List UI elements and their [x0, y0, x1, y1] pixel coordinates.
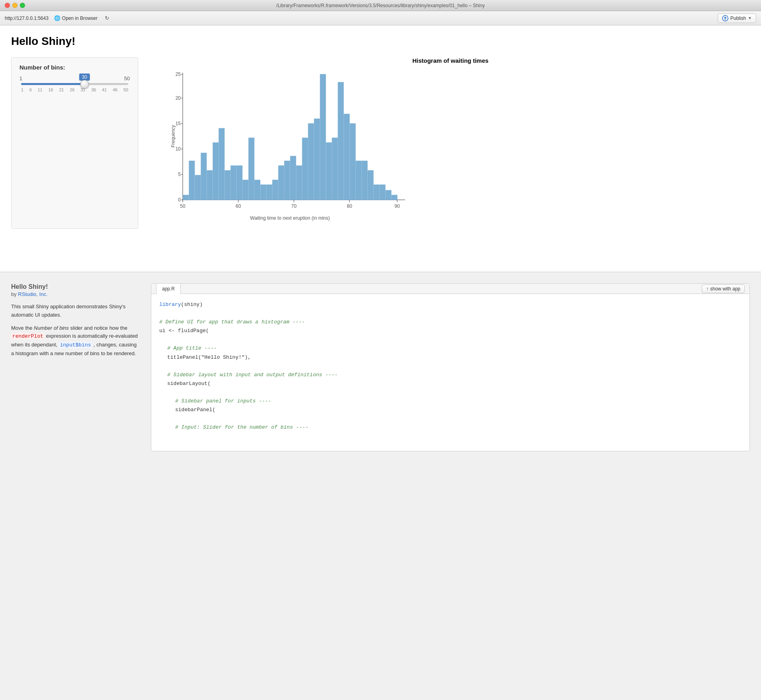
slider-min-value: 1 — [19, 75, 22, 81]
show-with-app-label: show with app — [710, 286, 740, 292]
page-title: Hello Shiny! — [11, 35, 750, 48]
svg-rect-39 — [314, 119, 320, 200]
slider-section[interactable]: 30 1 6 11 16 21 26 31 36 41 46 50 — [21, 83, 128, 92]
code-line-10: # Input: Slider for the number of bins -… — [159, 423, 742, 432]
svg-rect-50 — [380, 185, 385, 200]
svg-rect-20 — [201, 153, 207, 200]
svg-rect-21 — [207, 170, 212, 200]
code-line-6: # Sidebar layout with input and output d… — [159, 371, 742, 379]
maximize-button[interactable] — [20, 3, 25, 8]
app-desc-1: This small Shiny application demonstrate… — [11, 303, 138, 319]
code-panel-header: app.R ↑ show with app — [151, 284, 749, 294]
app-layout: Number of bins: 1 50 30 1 6 11 16 21 — [11, 57, 750, 229]
browser-icon: 🌐 — [54, 15, 60, 21]
svg-rect-38 — [308, 124, 314, 200]
code-content: library(shiny) # Define UI for app that … — [151, 294, 749, 451]
app-info-author: by RStudio, Inc. — [11, 291, 138, 297]
code-line-blank-5 — [159, 414, 742, 423]
author-prefix: by — [11, 291, 18, 297]
svg-text:20: 20 — [176, 95, 181, 101]
code-line-blank-1 — [159, 309, 742, 318]
svg-rect-44 — [344, 114, 350, 200]
svg-rect-32 — [272, 180, 278, 200]
code-line-3: ui <- fluidPage( — [159, 327, 742, 335]
svg-text:0: 0 — [178, 197, 181, 203]
svg-rect-18 — [189, 161, 195, 200]
histogram-svg: 0 5 10 15 20 — [151, 69, 413, 228]
minimize-button[interactable] — [12, 3, 17, 8]
svg-rect-29 — [255, 180, 260, 200]
desc2-inputbins: input$bins — [59, 342, 92, 348]
code-line-4: # App title ---- — [159, 344, 742, 353]
tabs-container: app.R — [156, 284, 181, 294]
histogram-title: Histogram of waiting times — [412, 57, 489, 64]
sidebar-panel: Number of bins: 1 50 30 1 6 11 16 21 — [11, 57, 138, 229]
code-line-8: # Sidebar panel for inputs ---- — [159, 397, 742, 406]
code-line-9: sidebarPanel( — [159, 406, 742, 414]
svg-rect-48 — [368, 170, 373, 200]
svg-text:Waiting time to next eruption : Waiting time to next eruption (in mins) — [250, 215, 330, 221]
desc2-after: slider and notice how the — [69, 325, 127, 331]
tab-app-r[interactable]: app.R — [156, 284, 181, 294]
close-button[interactable] — [5, 3, 10, 8]
svg-rect-34 — [284, 161, 290, 200]
main-content: Hello Shiny! Number of bins: 1 50 30 1 6… — [0, 25, 761, 272]
desc2-renderplot: renderPlot — [11, 333, 44, 340]
publish-icon — [722, 15, 728, 21]
svg-rect-45 — [350, 124, 355, 200]
svg-rect-33 — [278, 166, 284, 200]
bottom-section: Hello Shiny! by RStudio, Inc. This small… — [0, 272, 761, 462]
svg-text:Frequency: Frequency — [170, 125, 176, 148]
code-panel: app.R ↑ show with app library(shiny) # D… — [151, 283, 750, 451]
chart-container: 0 5 10 15 20 — [151, 69, 750, 229]
svg-rect-36 — [296, 166, 302, 200]
svg-rect-22 — [213, 143, 218, 200]
toolbar: http://127.0.0.1:5643 🌐 Open in Browser … — [0, 11, 761, 25]
svg-text:10: 10 — [176, 146, 181, 152]
app-desc-2: Move the Number of bins slider and notic… — [11, 324, 138, 358]
desc2-italic: Number of bins — [34, 325, 69, 331]
svg-rect-24 — [225, 170, 230, 200]
svg-rect-41 — [326, 143, 332, 200]
app-info: Hello Shiny! by RStudio, Inc. This small… — [11, 283, 138, 451]
open-in-browser-button[interactable]: 🌐 Open in Browser — [52, 14, 100, 22]
svg-text:15: 15 — [176, 121, 181, 126]
code-line-blank-3 — [159, 362, 742, 371]
svg-rect-35 — [290, 156, 296, 200]
author-link[interactable]: RStudio, Inc. — [18, 291, 47, 297]
code-line-2: # Define UI for app that draws a histogr… — [159, 318, 742, 327]
svg-rect-19 — [195, 175, 201, 200]
publish-button[interactable]: Publish ▼ — [718, 14, 756, 23]
svg-rect-26 — [237, 166, 242, 200]
svg-rect-17 — [183, 195, 189, 200]
code-line-blank-4 — [159, 388, 742, 397]
publish-chevron-icon: ▼ — [748, 16, 752, 20]
refresh-button[interactable]: ↻ — [103, 14, 111, 22]
slider-track[interactable] — [21, 83, 128, 85]
code-line-blank-2 — [159, 335, 742, 344]
show-with-app-button[interactable]: ↑ show with app — [702, 284, 745, 293]
publish-label: Publish — [730, 15, 746, 21]
app-info-title: Hello Shiny! — [11, 283, 138, 290]
svg-text:70: 70 — [291, 203, 297, 209]
code-line-1: library(shiny) — [159, 300, 742, 309]
code-line-5: titlePanel("Hello Shiny!"), — [159, 353, 742, 362]
svg-rect-52 — [392, 195, 397, 200]
slider-label: Number of bins: — [19, 64, 130, 71]
code-line-7: sidebarLayout( — [159, 379, 742, 388]
svg-rect-43 — [338, 82, 344, 200]
svg-rect-31 — [267, 185, 272, 200]
svg-text:5: 5 — [178, 172, 181, 177]
window-controls — [5, 3, 25, 8]
slider-max-value: 50 — [124, 75, 130, 81]
url-display: http://127.0.0.1:5643 — [5, 15, 48, 21]
svg-rect-49 — [374, 185, 379, 200]
desc2-before: Move the — [11, 325, 34, 331]
svg-rect-25 — [231, 166, 236, 200]
arrow-up-icon: ↑ — [706, 286, 709, 292]
titlebar: /Library/Frameworks/R.framework/Versions… — [0, 0, 761, 11]
svg-text:25: 25 — [176, 72, 181, 77]
slider-thumb[interactable] — [80, 80, 89, 89]
svg-rect-37 — [302, 138, 308, 200]
svg-rect-42 — [332, 138, 338, 200]
